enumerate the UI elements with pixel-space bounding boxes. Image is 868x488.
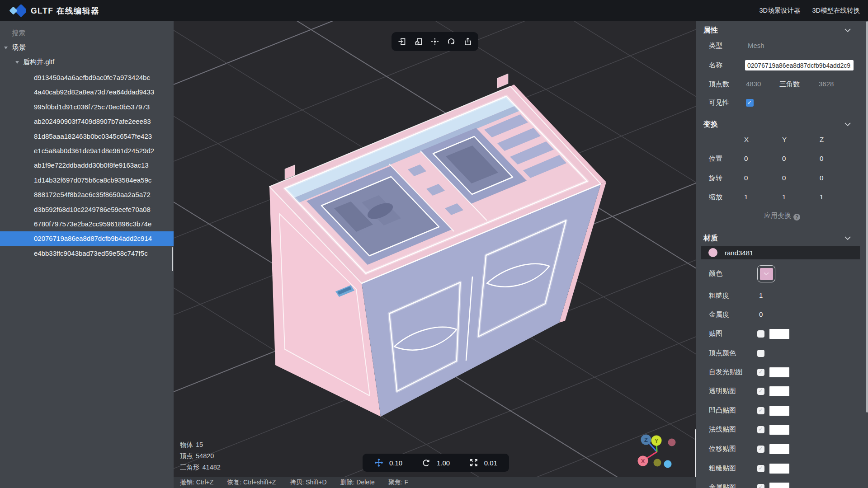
svg-text:Z: Z [644,436,648,443]
material-item[interactable]: rand3481 [701,246,860,259]
map-checkbox[interactable] [757,426,764,433]
position-x[interactable]: 0 [744,155,748,162]
mesh-list-item[interactable]: 1d14b32f697d075b6ca8cb93584ea59c [0,173,174,188]
mesh-list-item[interactable]: 4a40cab92d82a8ea73d7ea64ddad9433 [0,85,174,99]
map-row-bump: 凹凸贴图 [696,401,868,420]
gizmo-neg-x [668,439,676,446]
caret-down-icon [4,46,8,50]
scale-z[interactable]: 1 [820,193,823,201]
shortcut-focus: 聚焦: F [388,479,408,487]
mesh-list-item[interactable]: 81d85aaa182463b0bc0345c6547fe423 [0,129,174,144]
map-swatch[interactable] [769,444,789,454]
map-swatch[interactable] [769,483,789,488]
map-row-vertex-color: 顶点颜色 [696,344,868,363]
svg-text:Y: Y [655,437,659,444]
sidebar-scrollbar[interactable] [172,247,173,271]
app-logo-icon [6,2,26,20]
material-swatch [708,248,717,257]
mesh-list-item[interactable]: e1c5a8ab0d361de9a1d8e961d24529d2 [0,144,174,158]
chevron-down-icon[interactable] [844,236,851,240]
position-z[interactable]: 0 [820,155,823,162]
map-swatch[interactable] [769,425,789,435]
metalness-value[interactable]: 0 [759,310,763,318]
roughness-value[interactable]: 1 [759,291,763,299]
scale-icon [469,458,478,467]
sidebar-item-scene[interactable]: 场景 [4,43,26,52]
rotation-y[interactable]: 0 [782,174,786,182]
scale-x[interactable]: 1 [744,193,748,201]
map-checkbox[interactable] [757,407,764,414]
panel-scrollbar[interactable] [866,21,868,413]
triangle-count-value: 3628 [819,80,834,88]
mesh-list-item[interactable]: 888172e54f8b2ae6c35f8650aa2a5a72 [0,188,174,202]
map-swatch[interactable] [769,406,789,416]
stat-objects: 物体15 [180,439,223,450]
scale-y[interactable]: 1 [782,193,786,201]
map-checkbox[interactable] [757,446,764,453]
mesh-list-item[interactable]: ab1f9e722ddbaddd30b0f8fe9163ac13 [0,158,174,173]
mesh-list-item[interactable]: 995f0bd1d91c036f725c70ec0b537973 [0,100,174,114]
mesh-list: d913450a4a6aefbd9ac0fe7a973424bc 4a40cab… [0,70,174,261]
caret-down-icon [15,61,19,64]
mesh-list-item[interactable]: ab202490903f7409d8907b7afe2eee83 [0,114,174,129]
map-row-roughness: 粗糙贴图 [696,459,868,478]
section-title-transform: 变换 [703,120,718,129]
move-snap[interactable]: 0.10 [374,458,402,467]
map-checkbox[interactable] [757,465,764,472]
map-swatch[interactable] [769,329,789,339]
map-swatch[interactable] [769,367,789,377]
map-swatch[interactable] [769,464,789,474]
app-title: GLTF 在线编辑器 [31,5,99,16]
roughness-label: 粗糙度 [709,291,729,300]
model-mesh[interactable] [269,74,606,417]
import-model-icon[interactable] [413,36,425,47]
chevron-down-icon[interactable] [844,122,851,127]
reset-rotation-icon[interactable] [445,36,457,47]
rotation-x[interactable]: 0 [744,174,748,182]
map-checkbox[interactable] [757,330,764,338]
shortcut-redo: 恢复: Ctrl+shift+Z [227,479,276,487]
apply-transform-button[interactable]: 应用变换? [696,211,868,221]
rotation-z[interactable]: 0 [820,174,823,182]
axis-gizmo[interactable]: Z Y X [638,435,676,468]
mesh-list-item[interactable]: e4bb33ffc9043bad73ed59e58c747f5c [0,246,174,261]
chevron-down-icon[interactable] [844,28,851,33]
name-label: 名称 [709,61,722,70]
map-label: 透明贴图 [709,387,736,395]
section-title-properties: 属性 [703,26,718,35]
position-y[interactable]: 0 [782,155,786,162]
map-label: 法线贴图 [709,425,736,434]
viewport-canvas[interactable]: Z Y X [174,21,696,488]
rotate-icon [422,458,431,467]
mesh-list-item-selected[interactable]: 02076719a86ea8d87dcfb9b4add2c914 [0,231,174,246]
mesh-list-item[interactable]: d3b592f68d10c2249786e59eefe70a08 [0,202,174,217]
scene-stats: 物体15 顶点54820 三角形41482 [180,439,223,473]
mesh-list-item[interactable]: 6780f797573e2ba2cc95961896c3b74e [0,217,174,231]
export-icon[interactable] [462,36,474,47]
nav-link-model-converter[interactable]: 3D模型在线转换 [812,6,860,15]
map-checkbox[interactable] [757,388,764,395]
map-checkbox[interactable] [757,350,764,357]
visibility-checkbox[interactable] [746,99,754,107]
rotate-snap[interactable]: 1.00 [422,458,450,467]
scale-snap[interactable]: 0.01 [469,458,497,467]
name-input[interactable] [745,60,854,70]
focus-icon[interactable] [429,36,441,47]
import-file-icon[interactable] [396,36,408,47]
map-label: 自发光贴图 [709,368,743,376]
color-label: 颜色 [709,269,722,278]
search-input[interactable] [12,28,161,38]
map-checkbox[interactable] [757,369,764,376]
color-picker-button[interactable] [757,265,775,282]
mesh-list-item[interactable]: d913450a4a6aefbd9ac0fe7a973424bc [0,70,174,85]
sidebar-item-gltf-file[interactable]: 盾构井.gltf [15,58,54,66]
map-checkbox[interactable] [757,484,764,488]
map-swatch[interactable] [769,386,789,396]
map-row-emissive: 自发光贴图 [696,363,868,382]
shortcut-copy: 拷贝: Shift+D [289,479,326,487]
viewport-toolbar [392,32,478,51]
viewport-3d[interactable]: Z Y X [174,21,696,488]
nav-link-scene-designer[interactable]: 3D场景设计器 [759,6,800,15]
stat-triangles: 三角形41482 [180,462,223,473]
chevron-down-icon [764,272,769,276]
